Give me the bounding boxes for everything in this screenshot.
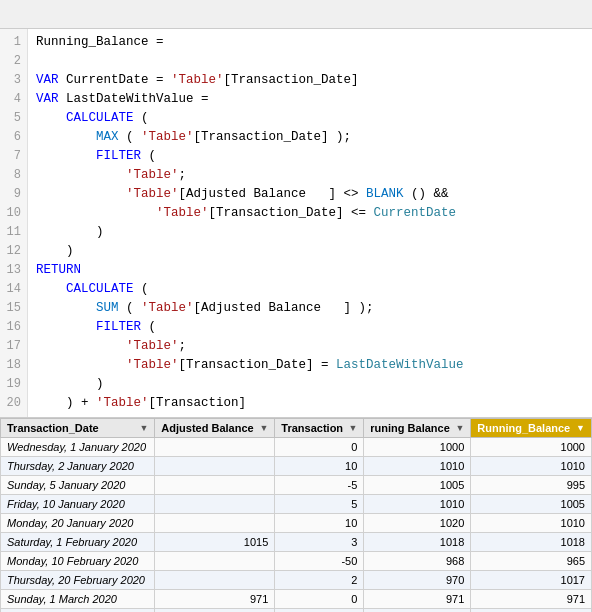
table-row: Thursday, 2 January 20201010101010 (1, 457, 592, 476)
code-line: 'Table'[Transaction_Date] <= CurrentDate (36, 204, 584, 223)
code-line: Running_Balance = (36, 33, 584, 52)
filter-icon[interactable]: ▼ (348, 423, 357, 433)
filter-icon[interactable]: ▼ (259, 423, 268, 433)
code-line: ) (36, 223, 584, 242)
code-line: VAR CurrentDate = 'Table'[Transaction_Da… (36, 71, 584, 90)
line-number: 20 (6, 394, 21, 413)
line-number: 18 (6, 356, 21, 375)
table-header-transaction_date[interactable]: Transaction_Date▼ (1, 419, 155, 438)
line-number: 9 (6, 185, 21, 204)
line-number: 6 (6, 128, 21, 147)
code-line: FILTER ( (36, 147, 584, 166)
table-row: Sunday, 5 January 2020-51005995 (1, 476, 592, 495)
data-table-container: Transaction_Date▼Adjusted Balance▼Transa… (0, 418, 592, 612)
code-line: FILTER ( (36, 318, 584, 337)
code-line: VAR LastDateWithValue = (36, 90, 584, 109)
table-row: Wednesday, 1 January 2020010001000 (1, 438, 592, 457)
table-row: Friday, 10 January 2020510101005 (1, 495, 592, 514)
line-number: 13 (6, 261, 21, 280)
code-line: MAX ( 'Table'[Transaction_Date] ); (36, 128, 584, 147)
code-line: RETURN (36, 261, 584, 280)
code-line: CALCULATE ( (36, 280, 584, 299)
line-number: 12 (6, 242, 21, 261)
code-line: SUM ( 'Table'[Adjusted Balance ] ); (36, 299, 584, 318)
table-row: Monday, 10 February 2020-50968965 (1, 552, 592, 571)
line-numbers: 1234567891011121314151617181920 (0, 29, 28, 417)
table-row: Saturday, 1 February 20201015310181018 (1, 533, 592, 552)
code-line (36, 52, 584, 71)
line-number: 8 (6, 166, 21, 185)
table-row: Tuesday, 17 March 20203974 (1, 609, 592, 613)
code-editor: 1234567891011121314151617181920 Running_… (0, 29, 592, 417)
table-header-transaction[interactable]: Transaction▼ (275, 419, 364, 438)
code-line: CALCULATE ( (36, 109, 584, 128)
code-line: 'Table'; (36, 337, 584, 356)
table-header-runing-balance[interactable]: runing Balance▼ (364, 419, 471, 438)
line-number: 14 (6, 280, 21, 299)
table-row: Monday, 20 January 20201010201010 (1, 514, 592, 533)
table-row: Sunday, 1 March 20209710971971 (1, 590, 592, 609)
table-row: Thursday, 20 February 202029701017 (1, 571, 592, 590)
code-line: 'Table'[Transaction_Date] = LastDateWith… (36, 356, 584, 375)
code-line: ) (36, 242, 584, 261)
filter-icon[interactable]: ▼ (576, 423, 585, 433)
confirm-button[interactable] (36, 4, 56, 24)
filter-icon[interactable]: ▼ (455, 423, 464, 433)
code-line: ) (36, 375, 584, 394)
code-line: 'Table'[Adjusted Balance ] <> BLANK () &… (36, 185, 584, 204)
line-number: 10 (6, 204, 21, 223)
editor-toolbar (0, 0, 592, 29)
table-header-adjusted-balance[interactable]: Adjusted Balance▼ (155, 419, 275, 438)
filter-icon[interactable]: ▼ (139, 423, 148, 433)
line-number: 19 (6, 375, 21, 394)
line-number: 5 (6, 109, 21, 128)
data-table: Transaction_Date▼Adjusted Balance▼Transa… (0, 418, 592, 612)
line-number: 7 (6, 147, 21, 166)
cancel-button[interactable] (8, 4, 28, 24)
line-number: 16 (6, 318, 21, 337)
line-number: 11 (6, 223, 21, 242)
table-header-running_balance[interactable]: Running_Balance▼ (471, 419, 592, 438)
line-number: 4 (6, 90, 21, 109)
line-number: 1 (6, 33, 21, 52)
code-content[interactable]: Running_Balance = VAR CurrentDate = 'Tab… (28, 29, 592, 417)
code-line: ) + 'Table'[Transaction] (36, 394, 584, 413)
line-number: 15 (6, 299, 21, 318)
line-number: 2 (6, 52, 21, 71)
line-number: 17 (6, 337, 21, 356)
code-line: 'Table'; (36, 166, 584, 185)
line-number: 3 (6, 71, 21, 90)
